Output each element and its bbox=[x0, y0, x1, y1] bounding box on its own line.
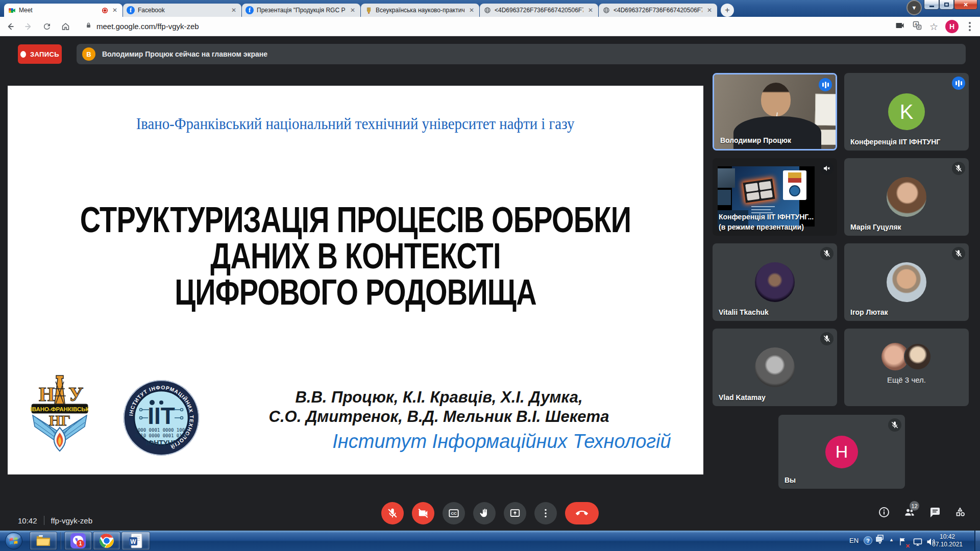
participant-tile-conference[interactable]: K Конференція ІІТ ІФНТУНГ bbox=[844, 73, 969, 151]
profile-avatar[interactable]: H bbox=[945, 20, 959, 33]
new-tab-button[interactable]: + bbox=[721, 4, 734, 17]
tray-action-center-icon[interactable]: ✕ bbox=[898, 537, 908, 548]
tray-window-icon[interactable] bbox=[876, 535, 884, 546]
participants-count-badge: 12 bbox=[910, 501, 919, 511]
participant-tile-overflow[interactable]: Ещё 3 чел. bbox=[844, 329, 969, 406]
tab-close-icon[interactable]: ✕ bbox=[705, 7, 714, 14]
raise-hand-button[interactable] bbox=[473, 502, 496, 524]
window-close-button[interactable]: ✕ bbox=[954, 0, 977, 10]
presenting-banner: В Володимир Процюк сейчас на главном экр… bbox=[77, 44, 966, 64]
tab-hex-2[interactable]: <4D6963726F736F667420506F77 ✕ bbox=[599, 4, 717, 17]
slide-institute: Інститут Інформаційних Технологій bbox=[275, 431, 729, 453]
participant-tile-presentation[interactable]: Конференція ІІТ ІФНТУНГ...(в режиме през… bbox=[713, 158, 837, 236]
tray-show-hidden-icons[interactable]: ▲ bbox=[889, 537, 894, 542]
emblem-icon bbox=[364, 6, 373, 14]
tab-strip: Meet ✕ f Facebook ✕ f Презентація "Проду… bbox=[4, 4, 734, 17]
back-button[interactable] bbox=[2, 18, 18, 35]
slide-main-title: СТРУКТУРИЗАЦІЯ ПРОЦЕСІВ ОБРОБКИ ДАНИХ В … bbox=[8, 202, 703, 311]
avatar bbox=[887, 262, 926, 302]
window-maximize-button[interactable] bbox=[939, 0, 954, 10]
ntu-university-logo: Н У ІВАНО-ФРАНКІВСЬК НГ bbox=[30, 371, 90, 461]
iit-institute-logo: ІНСТИТУТ ІНФОРМАЦІЙНИХ ТЕХНОЛОГІЙ ІІТ 00… bbox=[122, 379, 200, 459]
activities-button[interactable] bbox=[954, 506, 967, 518]
more-options-button[interactable] bbox=[534, 502, 557, 524]
overflow-count-label: Ещё 3 чел. bbox=[844, 375, 969, 384]
participant-name: Вы bbox=[785, 476, 796, 484]
mic-off-icon bbox=[820, 247, 834, 260]
chat-button[interactable] bbox=[929, 506, 941, 518]
participant-tile-vitalii[interactable]: Vitalii Tkachuk bbox=[713, 243, 837, 321]
folder-icon bbox=[36, 534, 51, 547]
bookmark-star-icon[interactable]: ☆ bbox=[929, 21, 938, 33]
reload-button[interactable] bbox=[39, 18, 55, 35]
mic-toggle-button[interactable] bbox=[381, 502, 404, 524]
tab-title: <4D6963726F736F667420506F77 bbox=[495, 7, 583, 14]
svg-text:НГ: НГ bbox=[49, 412, 70, 429]
tab-facebook[interactable]: f Facebook ✕ bbox=[123, 4, 241, 17]
recording-indicator-button[interactable]: ЗАПИСЬ bbox=[18, 44, 62, 64]
camera-in-use-icon[interactable] bbox=[895, 20, 905, 33]
globe-icon bbox=[483, 6, 492, 14]
browser-menu-icon[interactable] bbox=[966, 22, 974, 31]
participant-tile-igor[interactable]: Ігор Лютак bbox=[844, 243, 969, 321]
tray-clock[interactable]: 10:42 07.10.2021 bbox=[924, 533, 971, 548]
meeting-details-button[interactable] bbox=[878, 506, 890, 518]
svg-text:0010 0000 0001 0100: 0010 0000 0001 0100 bbox=[135, 433, 188, 438]
show-desktop-button[interactable] bbox=[974, 531, 980, 551]
camera-toggle-button[interactable] bbox=[412, 502, 434, 524]
tab-close-icon[interactable]: ✕ bbox=[111, 7, 119, 14]
svg-text:0000 0001 0000 1001: 0000 0001 0000 1001 bbox=[135, 428, 188, 433]
start-button[interactable] bbox=[1, 532, 27, 550]
participant-name: Марія Гуцуляк bbox=[850, 223, 901, 231]
participant-name: Vlad Katamay bbox=[719, 393, 766, 402]
present-button[interactable] bbox=[504, 502, 526, 524]
end-call-button[interactable] bbox=[565, 502, 599, 524]
translate-icon[interactable] bbox=[912, 20, 922, 33]
tab-close-icon[interactable]: ✕ bbox=[230, 7, 238, 14]
shared-presentation-slide: Івано-Франківський національний технічни… bbox=[8, 86, 703, 474]
svg-text:W: W bbox=[130, 538, 136, 545]
tab-close-icon[interactable]: ✕ bbox=[586, 7, 595, 14]
participants-button[interactable]: 12 bbox=[903, 506, 916, 518]
participant-tile-you[interactable]: H Вы bbox=[778, 415, 905, 489]
captions-button[interactable] bbox=[443, 502, 465, 524]
facebook-icon: f bbox=[127, 6, 135, 14]
taskbar-chrome-button[interactable] bbox=[93, 532, 120, 550]
windows-start-icon bbox=[5, 532, 23, 550]
avatar: K bbox=[888, 93, 925, 130]
taskbar-viber-button[interactable]: 1 bbox=[64, 532, 92, 550]
call-controls bbox=[381, 502, 599, 524]
browser-toolbar: meet.google.com/ffp-vgyk-zeb ☆ H bbox=[0, 17, 980, 36]
participant-tile-vlad[interactable]: Vlad Katamay bbox=[713, 329, 837, 406]
titlebar-circle-button[interactable]: ▼ bbox=[906, 0, 922, 15]
meeting-side-buttons: 12 bbox=[878, 506, 967, 518]
meeting-code: ffp-vgyk-zeb bbox=[51, 516, 92, 525]
participant-tile-volodymyr[interactable]: Володимир Процюк bbox=[713, 73, 837, 151]
participant-name: Конференція ІІТ ІФНТУНГ...(в режиме през… bbox=[719, 212, 814, 232]
tab-close-icon[interactable]: ✕ bbox=[349, 7, 357, 14]
meeting-info: 10:42 ffp-vgyk-zeb bbox=[18, 510, 92, 531]
lock-icon[interactable] bbox=[85, 21, 92, 31]
window-controls: ✕ bbox=[924, 0, 977, 10]
tray-help-icon[interactable]: ? bbox=[864, 536, 872, 545]
home-button[interactable] bbox=[57, 18, 74, 35]
tab-meet[interactable]: Meet ✕ bbox=[4, 4, 122, 17]
taskbar-explorer-button[interactable] bbox=[30, 532, 57, 550]
forward-button[interactable] bbox=[20, 18, 37, 35]
tab-close-icon[interactable]: ✕ bbox=[468, 7, 476, 14]
taskbar-word-button[interactable]: W bbox=[121, 532, 150, 550]
tab-presentation[interactable]: f Презентація "Продукція RGC Pr ✕ bbox=[242, 4, 360, 17]
window-minimize-button[interactable] bbox=[924, 0, 939, 10]
participant-name: Конференція ІІТ ІФНТУНГ bbox=[850, 138, 940, 146]
globe-icon bbox=[602, 6, 610, 14]
mic-off-icon bbox=[952, 162, 965, 175]
tray-language[interactable]: EN bbox=[849, 537, 859, 544]
address-bar[interactable]: meet.google.com/ffp-vgyk-zeb bbox=[96, 22, 199, 31]
tab-hex-1[interactable]: <4D6963726F736F667420506F77 ✕ bbox=[480, 4, 598, 17]
tray-network-icon[interactable] bbox=[913, 537, 923, 549]
participant-tile-maria[interactable]: Марія Гуцуляк bbox=[844, 158, 969, 236]
recording-label: ЗАПИСЬ bbox=[30, 51, 59, 58]
tab-recording-indicator-icon bbox=[102, 8, 108, 13]
participant-name: Ігор Лютак bbox=[850, 308, 888, 316]
tab-conference[interactable]: Всеукраїнська науково-практич ✕ bbox=[361, 4, 479, 17]
